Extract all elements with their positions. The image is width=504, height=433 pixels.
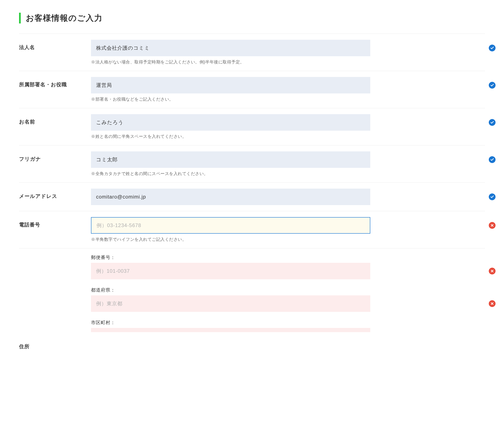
subfield-prefecture: 都道府県： — [91, 287, 485, 312]
error-icon — [489, 222, 495, 229]
label-furigana: フリガナ — [19, 151, 91, 162]
row-name: お名前 ※姓と名の間に半角スペースを入れてください。 — [19, 108, 485, 145]
page-title: お客様情報のご入力 — [19, 13, 485, 24]
check-icon — [489, 156, 495, 163]
department-input[interactable] — [91, 77, 370, 93]
help-company: ※法人格がない場合、取得予定時期をご記入ください。例)半年後に取得予定。 — [91, 59, 485, 65]
prefecture-input[interactable] — [91, 295, 370, 312]
subfield-city: 市区町村： — [91, 319, 485, 332]
row-email: メールアドレス — [19, 182, 485, 211]
content-name: ※姓と名の間に半角スペースを入れてください。 — [91, 114, 485, 139]
customer-info-form: 法人名 ※法人格がない場合、取得予定時期をご記入ください。例)半年後に取得予定。… — [19, 34, 485, 356]
city-input[interactable] — [91, 328, 370, 332]
row-furigana: フリガナ ※全角カタカナで姓と名の間にスペースを入れてください。 — [19, 145, 485, 182]
row-address: 住所 郵便番号： 都道府県： — [19, 248, 485, 356]
sublabel-city: 市区町村： — [91, 319, 485, 326]
phone-input[interactable] — [91, 217, 370, 234]
company-input[interactable] — [91, 40, 370, 56]
check-icon — [489, 194, 495, 200]
furigana-input[interactable] — [91, 151, 370, 168]
content-address: 郵便番号： 都道府県： 市区町村： — [91, 254, 485, 332]
help-furigana: ※全角カタカナで姓と名の間にスペースを入れてください。 — [91, 171, 485, 177]
row-department: 所属部署名・お役職 ※部署名・お役職などをご記入ください。 — [19, 71, 485, 108]
help-department: ※部署名・お役職などをご記入ください。 — [91, 97, 485, 102]
check-icon — [489, 82, 495, 88]
name-input[interactable] — [91, 114, 370, 131]
content-email — [91, 189, 485, 205]
label-name: お名前 — [19, 114, 91, 125]
sublabel-prefecture: 都道府県： — [91, 287, 485, 293]
content-company: ※法人格がない場合、取得予定時期をご記入ください。例)半年後に取得予定。 — [91, 40, 485, 65]
label-email: メールアドレス — [19, 189, 91, 200]
content-furigana: ※全角カタカナで姓と名の間にスペースを入れてください。 — [91, 151, 485, 177]
subfield-postal: 郵便番号： — [91, 254, 485, 279]
row-phone: 電話番号 ※半角数字でハイフンを入れてご記入ください。 — [19, 211, 485, 248]
row-company: 法人名 ※法人格がない場合、取得予定時期をご記入ください。例)半年後に取得予定。 — [19, 34, 485, 71]
content-department: ※部署名・お役職などをご記入ください。 — [91, 77, 485, 102]
sublabel-postal: 郵便番号： — [91, 254, 485, 261]
error-icon — [489, 268, 495, 274]
label-department: 所属部署名・お役職 — [19, 77, 91, 88]
postal-input[interactable] — [91, 263, 370, 279]
check-icon — [489, 44, 495, 51]
label-company: 法人名 — [19, 40, 91, 51]
error-icon — [489, 300, 495, 307]
check-icon — [489, 119, 495, 126]
label-address: 住所 — [19, 254, 91, 350]
help-name: ※姓と名の間に半角スペースを入れてください。 — [91, 134, 485, 139]
help-phone: ※半角数字でハイフンを入れてご記入ください。 — [91, 237, 485, 242]
email-input[interactable] — [91, 189, 370, 205]
content-phone: ※半角数字でハイフンを入れてご記入ください。 — [91, 217, 485, 242]
label-phone: 電話番号 — [19, 217, 91, 228]
